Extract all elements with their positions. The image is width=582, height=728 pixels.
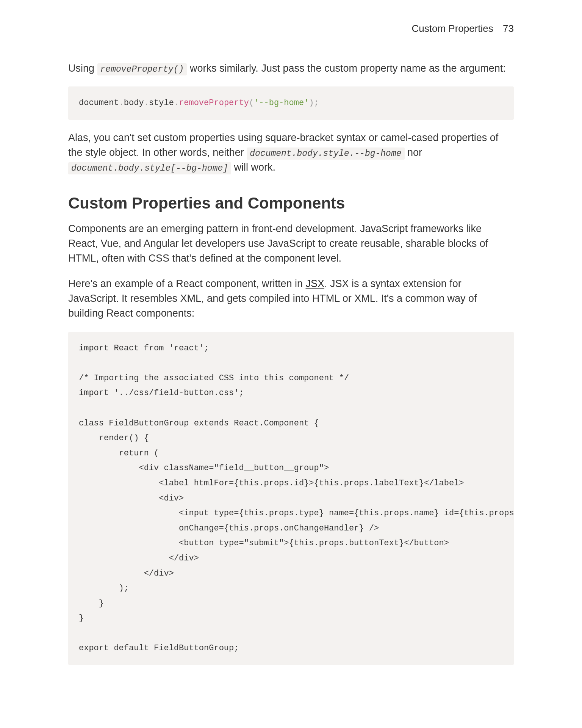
code-token: ); <box>309 98 319 108</box>
code-token: style <box>149 98 174 108</box>
code-token: . <box>119 98 124 108</box>
code-token: removeProperty <box>179 98 249 108</box>
paragraph-jsx-intro: Here's an example of a React component, … <box>68 276 514 321</box>
code-block-react-component: import React from 'react'; /* Importing … <box>68 332 514 665</box>
inline-code-removeproperty: removeProperty() <box>97 63 187 75</box>
link-jsx[interactable]: JSX <box>305 278 324 289</box>
paragraph-components-intro: Components are an emerging pattern in fr… <box>68 221 514 266</box>
code-token: . <box>144 98 149 108</box>
header-page-number: 73 <box>503 23 514 34</box>
inline-code-bracketsyntax: document.body.style[--bg-home] <box>68 162 231 174</box>
paragraph-remove-property: Using removeProperty() works similarly. … <box>68 61 514 76</box>
text: Here's an example of a React component, … <box>68 278 305 289</box>
code-token: . <box>174 98 179 108</box>
page-container: Custom Properties 73 Using removePropert… <box>0 0 582 728</box>
code-token: body <box>124 98 144 108</box>
code-token: ( <box>249 98 254 108</box>
text: nor <box>405 147 422 158</box>
header-section-name: Custom Properties <box>412 23 493 34</box>
inline-code-dotsyntax: document.body.style.--bg-home <box>247 147 404 160</box>
code-token: document <box>79 98 119 108</box>
code-token: '--bg-home' <box>254 98 309 108</box>
heading-custom-properties-components: Custom Properties and Components <box>68 194 514 212</box>
text: works similarly. Just pass the custom pr… <box>187 63 505 74</box>
page-header: Custom Properties 73 <box>68 23 514 35</box>
text: Using <box>68 63 97 74</box>
text: will work. <box>231 162 275 173</box>
paragraph-alas: Alas, you can't set custom properties us… <box>68 130 514 175</box>
code-block-remove-property: document.body.style.removeProperty('--bg… <box>68 86 514 120</box>
